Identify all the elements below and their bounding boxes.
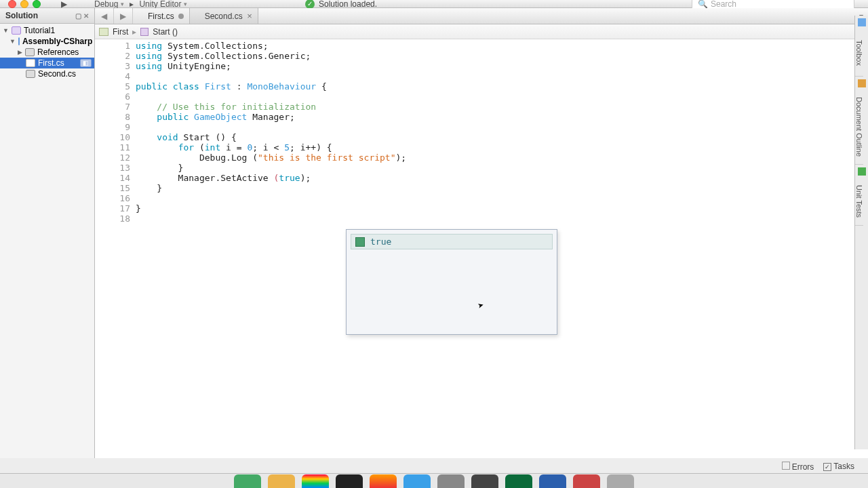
errors-button[interactable]: Errors	[782, 462, 814, 472]
breadcrumb-class[interactable]: First	[113, 27, 128, 37]
file-first-label: First.cs	[38, 58, 64, 68]
status-text: Solution loaded.	[319, 0, 377, 9]
tasks-label: Tasks	[833, 462, 854, 471]
run-button[interactable]: ▶	[61, 0, 67, 9]
tab-first[interactable]: First.cs	[133, 8, 190, 24]
project-label: Assembly-CSharp	[22, 37, 92, 46]
dirty-dot-icon	[178, 14, 184, 19]
editor-tabbar: ◀ ▶ First.cs Second.cs × ▾	[95, 8, 868, 24]
tab-second[interactable]: Second.cs ×	[190, 8, 258, 24]
breadcrumb-bar: First ▸ Start ()	[95, 24, 868, 39]
solution-root[interactable]: ▼Tutorial1	[0, 25, 94, 36]
code-editor[interactable]: 123456789101112131415161718 using System…	[95, 39, 868, 458]
nav-back-button[interactable]: ◀	[95, 8, 114, 24]
errors-icon	[782, 462, 790, 470]
errors-label: Errors	[792, 462, 814, 472]
file-node-first[interactable]: First.cs◧	[0, 58, 94, 68]
autocomplete-text: true	[370, 237, 391, 247]
dock-app-1[interactable]	[234, 474, 261, 488]
solution-sidebar: Solution ▢✕ ▼Tutorial1 ▼Assembly-CSharp …	[0, 8, 95, 458]
check-icon: ✓	[305, 0, 315, 9]
references-node[interactable]: ▶References	[0, 47, 94, 58]
toolbox-icon[interactable]	[858, 18, 866, 26]
status-bar: Errors ✓Tasks	[782, 460, 854, 473]
nav-fwd-button[interactable]: ▶	[114, 8, 133, 24]
file-node-second[interactable]: Second.cs	[0, 68, 94, 79]
vcs-badge-icon: ◧	[80, 59, 92, 67]
window-controls	[8, 0, 41, 8]
breadcrumb-method[interactable]: Start ()	[153, 27, 178, 37]
minimize-icon[interactable]	[20, 0, 28, 8]
unit-tests-tab[interactable]: Unit Tests	[855, 178, 863, 226]
tasks-checkbox-icon: ✓	[823, 463, 831, 471]
dock-app-12[interactable]	[607, 474, 634, 488]
dock-app-10[interactable]	[539, 474, 566, 488]
tasks-button[interactable]: ✓Tasks	[823, 462, 854, 471]
toolbox-tab[interactable]: Toolbox	[855, 29, 863, 77]
references-label: References	[37, 47, 79, 57]
dock-app-6[interactable]	[403, 474, 431, 488]
solution-tree: ▼Tutorial1 ▼Assembly-CSharp ▶References …	[0, 24, 94, 81]
project-node[interactable]: ▼Assembly-CSharp	[0, 36, 94, 47]
right-dock: Toolbox Document Outline Unit Tests	[854, 16, 868, 449]
keyword-icon	[355, 237, 365, 247]
config-selector[interactable]: Debug▾ ▸ Unity Editor▾	[94, 0, 187, 9]
status-message: ✓ Solution loaded.	[305, 0, 377, 9]
doc-outline-tab[interactable]: Document Outline	[855, 90, 863, 165]
tab-first-label: First.cs	[148, 12, 174, 21]
dock-app-3[interactable]	[302, 474, 329, 488]
editor-pane: ◀ ▶ First.cs Second.cs × ▾ First ▸ Start…	[95, 8, 868, 458]
tab-second-label: Second.cs	[205, 12, 243, 21]
line-gutter: 123456789101112131415161718	[95, 39, 136, 458]
class-icon	[99, 28, 108, 36]
autocomplete-popup[interactable]: true	[346, 229, 557, 335]
solution-root-label: Tutorial1	[24, 26, 55, 35]
dock-app-8[interactable]	[471, 474, 498, 488]
unit-tests-icon[interactable]	[858, 167, 866, 176]
solution-pad-header[interactable]: Solution ▢✕	[0, 8, 94, 24]
method-icon	[140, 28, 149, 36]
doc-outline-icon[interactable]	[858, 79, 866, 87]
autocomplete-item[interactable]: true	[351, 234, 553, 249]
solution-title: Solution	[5, 11, 38, 20]
close-icon[interactable]	[8, 0, 16, 8]
pad-box-icon[interactable]: ▢	[75, 12, 81, 20]
config-debug: Debug	[94, 0, 118, 9]
dock-app-9[interactable]	[505, 474, 532, 488]
file-second-label: Second.cs	[38, 69, 76, 79]
dock-app-5[interactable]	[370, 474, 397, 488]
zoom-icon[interactable]	[33, 0, 41, 8]
pad-close-icon[interactable]: ✕	[83, 12, 89, 20]
macos-dock	[0, 473, 868, 488]
dock-app-4[interactable]	[336, 474, 363, 488]
dock-app-7[interactable]	[437, 474, 465, 488]
tab-close-icon[interactable]: ×	[247, 11, 252, 21]
dock-app-11[interactable]	[573, 474, 600, 488]
main-toolbar: ▶ Debug▾ ▸ Unity Editor▾ ✓ Solution load…	[0, 0, 868, 8]
dock-app-2[interactable]	[268, 474, 295, 488]
config-target: Unity Editor	[139, 0, 181, 9]
